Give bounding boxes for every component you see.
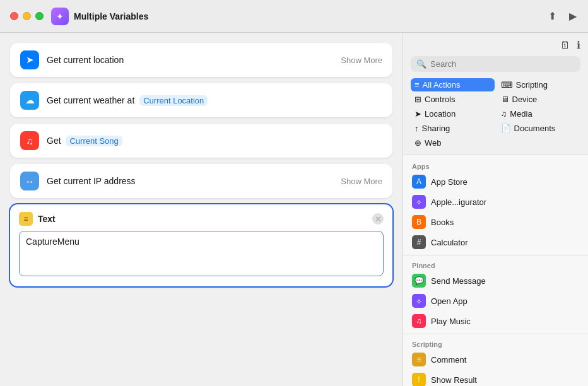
sidebar-item-comment[interactable]: ≡ Comment <box>403 349 588 370</box>
action-label-song: Get Current Song <box>47 136 382 146</box>
books-icon: B <box>412 215 426 229</box>
category-scripting[interactable]: ⌨ Scripting <box>497 78 581 91</box>
controls-icon: ⊞ <box>415 95 421 104</box>
minimize-button[interactable] <box>23 12 31 20</box>
category-media[interactable]: ♫ Media <box>497 107 581 120</box>
sidebar-item-appstore[interactable]: A App Store <box>403 172 588 192</box>
text-block-header: ≡ Text ✕ <box>19 212 384 226</box>
apps-section-label: Apps <box>403 159 588 172</box>
search-icon: 🔍 <box>416 59 426 69</box>
sidebar-item-shortcuts[interactable]: ⟡ Apple...igurator <box>403 192 588 212</box>
weather-icon: ☁ <box>20 91 39 110</box>
search-bar: 🔍 <box>411 56 580 72</box>
category-sharing[interactable]: ↑ Sharing <box>411 122 495 135</box>
all-actions-icon: ≡ <box>415 80 420 90</box>
category-controls[interactable]: ⊞ Controls <box>411 93 495 106</box>
category-all-actions[interactable]: ≡ All Actions <box>411 78 495 91</box>
action-card-ip[interactable]: ↔ Get current IP address Show More <box>10 164 392 198</box>
action-label-ip: Get current IP address <box>47 176 341 186</box>
show-more-ip[interactable]: Show More <box>341 177 382 186</box>
music-icon: ♫ <box>20 131 39 150</box>
window-title: Multiple Variables <box>74 11 547 21</box>
pinned-section-label: Pinned <box>403 258 588 271</box>
titlebar-actions: ⬆ ▶ <box>547 9 578 23</box>
info-button[interactable]: ℹ <box>577 39 580 51</box>
text-action-block: ≡ Text ✕ CaptureMenu <box>10 204 392 286</box>
documents-icon: 📄 <box>501 124 511 133</box>
sidebar-item-showresult[interactable]: ! Show Result <box>403 370 588 386</box>
text-block-label: Text <box>38 214 372 224</box>
fullscreen-button[interactable] <box>35 12 44 20</box>
device-icon: 🖥 <box>501 95 509 104</box>
sidebar-item-calculator[interactable]: # Calculator <box>403 232 588 252</box>
appstore-icon: A <box>412 175 426 189</box>
media-icon: ♫ <box>501 109 507 119</box>
search-input[interactable] <box>430 59 575 69</box>
sidebar-content: Apps A App Store ⟡ Apple...igurator B Bo… <box>403 155 588 386</box>
network-icon: ↔ <box>20 172 39 190</box>
show-result-icon: ! <box>412 373 426 386</box>
share-button[interactable]: ⬆ <box>547 9 558 23</box>
category-documents[interactable]: 📄 Documents <box>497 122 581 135</box>
shortcuts-icon: ⟡ <box>412 195 426 209</box>
open-app-icon: ⟡ <box>412 294 426 308</box>
sidebar-top: 🗓 ℹ 🔍 ≡ All Actions ⌨ Scripting ⊞ Contro <box>403 33 588 155</box>
show-more-location[interactable]: Show More <box>341 56 382 65</box>
scripting-section-label: Scripting <box>403 337 588 349</box>
divider-pinned <box>403 255 588 255</box>
sidebar: 🗓 ℹ 🔍 ≡ All Actions ⌨ Scripting ⊞ Contro <box>403 33 588 386</box>
web-icon: ⊕ <box>415 138 421 148</box>
location-cat-icon: ➤ <box>415 109 421 119</box>
sidebar-header-icons: 🗓 ℹ <box>411 39 580 51</box>
divider-scripting <box>403 334 588 334</box>
text-icon: ≡ <box>19 212 33 226</box>
category-device[interactable]: 🖥 Device <box>497 93 581 106</box>
comment-icon: ≡ <box>412 353 426 366</box>
sidebar-item-sendmessage[interactable]: 💬 Send Message <box>403 271 588 291</box>
titlebar: ✦ Multiple Variables ⬆ ▶ <box>0 0 588 33</box>
calculator-icon: # <box>412 235 426 249</box>
run-button[interactable]: ▶ <box>568 9 578 23</box>
action-card-location[interactable]: ➤ Get current location Show More <box>10 43 392 77</box>
current-song-pill[interactable]: Current Song <box>66 136 122 146</box>
main-content: ➤ Get current location Show More ☁ Get c… <box>0 33 588 386</box>
close-button[interactable] <box>10 12 18 20</box>
sidebar-item-openapp[interactable]: ⟡ Open App <box>403 291 588 311</box>
sharing-icon: ↑ <box>415 124 419 133</box>
category-location[interactable]: ➤ Location <box>411 107 495 120</box>
current-location-pill[interactable]: Current Location <box>139 95 208 106</box>
app-icon: ✦ <box>51 8 69 25</box>
workflow-canvas: ➤ Get current location Show More ☁ Get c… <box>0 33 403 386</box>
play-music-icon: ♫ <box>412 314 426 328</box>
add-action-button[interactable]: 🗓 <box>560 39 570 51</box>
text-input[interactable]: CaptureMenu <box>19 231 384 276</box>
close-text-block-button[interactable]: ✕ <box>372 213 384 225</box>
action-label-location: Get current location <box>47 55 341 65</box>
sidebar-item-books[interactable]: B Books <box>403 212 588 232</box>
action-card-song[interactable]: ♫ Get Current Song <box>10 124 392 158</box>
location-icon: ➤ <box>20 50 39 69</box>
traffic-lights <box>10 12 44 20</box>
category-web[interactable]: ⊕ Web <box>411 136 495 149</box>
action-label-weather: Get current weather at Current Location <box>47 95 382 105</box>
action-card-weather[interactable]: ☁ Get current weather at Current Locatio… <box>10 83 392 117</box>
category-nav: ≡ All Actions ⌨ Scripting ⊞ Controls 🖥 D… <box>411 78 580 155</box>
sidebar-item-playmusic[interactable]: ♫ Play Music <box>403 311 588 331</box>
send-message-icon: 💬 <box>412 274 426 288</box>
scripting-icon: ⌨ <box>501 80 513 90</box>
